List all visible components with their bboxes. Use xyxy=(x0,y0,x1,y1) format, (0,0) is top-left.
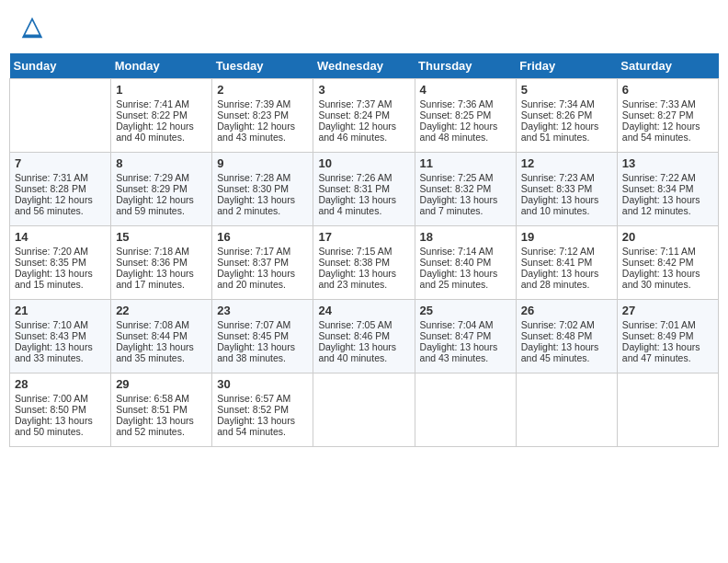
day-number: 21 xyxy=(15,304,106,317)
calendar-cell: 18Sunrise: 7:14 AMSunset: 8:40 PMDayligh… xyxy=(415,226,516,300)
daylight-text: Daylight: 13 hours and 15 minutes. xyxy=(15,268,106,290)
calendar-cell: 11Sunrise: 7:25 AMSunset: 8:32 PMDayligh… xyxy=(415,153,516,226)
sunset-text: Sunset: 8:42 PM xyxy=(622,257,713,268)
sunset-text: Sunset: 8:30 PM xyxy=(217,183,308,194)
calendar-table: SundayMondayTuesdayWednesdayThursdayFrid… xyxy=(9,53,719,447)
sunset-text: Sunset: 8:23 PM xyxy=(217,109,308,121)
calendar-cell: 20Sunrise: 7:11 AMSunset: 8:42 PMDayligh… xyxy=(617,226,718,300)
calendar-cell: 28Sunrise: 7:00 AMSunset: 8:50 PMDayligh… xyxy=(10,373,111,447)
column-header-monday: Monday xyxy=(111,53,212,79)
day-number: 19 xyxy=(521,230,612,244)
sunset-text: Sunset: 8:32 PM xyxy=(420,183,511,194)
sunrise-text: Sunrise: 6:57 AM xyxy=(217,393,308,404)
daylight-text: Daylight: 13 hours and 7 minutes. xyxy=(420,194,511,216)
sunrise-text: Sunrise: 7:05 AM xyxy=(318,319,409,330)
sunset-text: Sunset: 8:33 PM xyxy=(521,183,612,194)
day-number: 3 xyxy=(318,83,409,97)
sunset-text: Sunset: 8:25 PM xyxy=(420,109,511,121)
day-number: 1 xyxy=(116,83,207,97)
day-number: 30 xyxy=(217,377,308,391)
calendar-cell xyxy=(617,373,718,447)
calendar-cell: 23Sunrise: 7:07 AMSunset: 8:45 PMDayligh… xyxy=(212,300,313,373)
day-number: 18 xyxy=(420,230,511,244)
daylight-text: Daylight: 13 hours and 17 minutes. xyxy=(116,268,207,290)
sunrise-text: Sunrise: 7:26 AM xyxy=(318,172,409,183)
calendar-cell: 4Sunrise: 7:36 AMSunset: 8:25 PMDaylight… xyxy=(415,79,516,153)
sunrise-text: Sunrise: 7:22 AM xyxy=(622,172,713,183)
day-number: 8 xyxy=(116,156,207,170)
sunset-text: Sunset: 8:29 PM xyxy=(116,183,207,194)
daylight-text: Daylight: 13 hours and 47 minutes. xyxy=(622,341,713,363)
day-number: 17 xyxy=(318,230,409,244)
calendar-cell: 10Sunrise: 7:26 AMSunset: 8:31 PMDayligh… xyxy=(313,153,415,226)
sunset-text: Sunset: 8:31 PM xyxy=(318,183,409,194)
column-header-sunday: Sunday xyxy=(10,53,111,79)
daylight-text: Daylight: 13 hours and 35 minutes. xyxy=(116,341,207,363)
daylight-text: Daylight: 12 hours and 40 minutes. xyxy=(116,121,207,143)
sunset-text: Sunset: 8:27 PM xyxy=(622,109,713,121)
calendar-cell: 9Sunrise: 7:28 AMSunset: 8:30 PMDaylight… xyxy=(212,153,313,226)
sunset-text: Sunset: 8:28 PM xyxy=(15,183,106,194)
daylight-text: Daylight: 13 hours and 43 minutes. xyxy=(420,341,511,363)
page-header xyxy=(9,9,719,46)
sunrise-text: Sunrise: 7:00 AM xyxy=(15,393,106,404)
column-header-friday: Friday xyxy=(516,53,617,79)
sunset-text: Sunset: 8:24 PM xyxy=(318,109,409,121)
sunrise-text: Sunrise: 7:37 AM xyxy=(318,98,409,109)
sunset-text: Sunset: 8:49 PM xyxy=(622,330,713,341)
daylight-text: Daylight: 12 hours and 46 minutes. xyxy=(318,121,409,143)
daylight-text: Daylight: 12 hours and 51 minutes. xyxy=(521,121,612,143)
sunset-text: Sunset: 8:37 PM xyxy=(217,257,308,268)
column-header-thursday: Thursday xyxy=(415,53,516,79)
sunrise-text: Sunrise: 7:08 AM xyxy=(116,319,207,330)
daylight-text: Daylight: 13 hours and 12 minutes. xyxy=(622,194,713,216)
day-number: 14 xyxy=(15,230,106,244)
calendar-cell: 17Sunrise: 7:15 AMSunset: 8:38 PMDayligh… xyxy=(313,226,415,300)
logo-icon xyxy=(18,14,46,41)
sunrise-text: Sunrise: 7:18 AM xyxy=(116,246,207,257)
sunrise-text: Sunrise: 7:25 AM xyxy=(420,172,511,183)
daylight-text: Daylight: 13 hours and 38 minutes. xyxy=(217,341,308,363)
sunrise-text: Sunrise: 7:11 AM xyxy=(622,246,713,257)
daylight-text: Daylight: 13 hours and 4 minutes. xyxy=(318,194,409,216)
day-number: 20 xyxy=(622,230,713,244)
sunrise-text: Sunrise: 7:01 AM xyxy=(622,319,713,330)
daylight-text: Daylight: 13 hours and 52 minutes. xyxy=(116,415,207,437)
calendar-cell: 24Sunrise: 7:05 AMSunset: 8:46 PMDayligh… xyxy=(313,300,415,373)
calendar-week-row: 1Sunrise: 7:41 AMSunset: 8:22 PMDaylight… xyxy=(10,79,719,153)
day-number: 2 xyxy=(217,83,308,97)
sunset-text: Sunset: 8:41 PM xyxy=(521,257,612,268)
column-header-saturday: Saturday xyxy=(617,53,718,79)
daylight-text: Daylight: 13 hours and 50 minutes. xyxy=(15,415,106,437)
calendar-cell: 12Sunrise: 7:23 AMSunset: 8:33 PMDayligh… xyxy=(516,153,617,226)
day-number: 13 xyxy=(622,156,713,170)
calendar-cell: 3Sunrise: 7:37 AMSunset: 8:24 PMDaylight… xyxy=(313,79,415,153)
sunset-text: Sunset: 8:43 PM xyxy=(15,330,106,341)
calendar-cell: 19Sunrise: 7:12 AMSunset: 8:41 PMDayligh… xyxy=(516,226,617,300)
sunrise-text: Sunrise: 7:36 AM xyxy=(420,98,511,109)
calendar-cell: 7Sunrise: 7:31 AMSunset: 8:28 PMDaylight… xyxy=(10,153,111,226)
calendar-cell: 14Sunrise: 7:20 AMSunset: 8:35 PMDayligh… xyxy=(10,226,111,300)
daylight-text: Daylight: 13 hours and 45 minutes. xyxy=(521,341,612,363)
column-header-tuesday: Tuesday xyxy=(212,53,313,79)
daylight-text: Daylight: 13 hours and 30 minutes. xyxy=(622,268,713,290)
calendar-cell xyxy=(516,373,617,447)
day-number: 29 xyxy=(116,377,207,391)
daylight-text: Daylight: 12 hours and 54 minutes. xyxy=(622,121,713,143)
calendar-cell: 13Sunrise: 7:22 AMSunset: 8:34 PMDayligh… xyxy=(617,153,718,226)
calendar-cell: 29Sunrise: 6:58 AMSunset: 8:51 PMDayligh… xyxy=(111,373,212,447)
sunrise-text: Sunrise: 7:34 AM xyxy=(521,98,612,109)
calendar-cell: 6Sunrise: 7:33 AMSunset: 8:27 PMDaylight… xyxy=(617,79,718,153)
day-number: 26 xyxy=(521,304,612,317)
daylight-text: Daylight: 12 hours and 59 minutes. xyxy=(116,194,207,216)
calendar-cell: 16Sunrise: 7:17 AMSunset: 8:37 PMDayligh… xyxy=(212,226,313,300)
calendar-cell xyxy=(10,79,111,153)
sunset-text: Sunset: 8:50 PM xyxy=(15,404,106,415)
daylight-text: Daylight: 13 hours and 10 minutes. xyxy=(521,194,612,216)
calendar-cell: 21Sunrise: 7:10 AMSunset: 8:43 PMDayligh… xyxy=(10,300,111,373)
daylight-text: Daylight: 13 hours and 25 minutes. xyxy=(420,268,511,290)
sunset-text: Sunset: 8:34 PM xyxy=(622,183,713,194)
daylight-text: Daylight: 12 hours and 43 minutes. xyxy=(217,121,308,143)
day-number: 4 xyxy=(420,83,511,97)
sunrise-text: Sunrise: 7:39 AM xyxy=(217,98,308,109)
